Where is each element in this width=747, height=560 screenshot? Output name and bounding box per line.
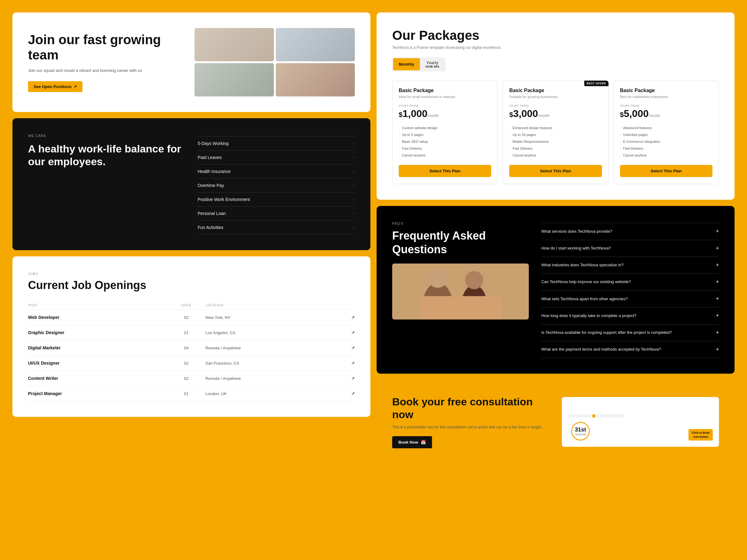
pricing-grid: Basic Package Ideal for small businesses… — [392, 81, 719, 184]
click-to-book-badge: Click to Booknow button — [689, 429, 713, 441]
faq-item-6[interactable]: How long does it typically take to compl… — [541, 308, 719, 324]
faq-item-8[interactable]: What are the payment terms and methods a… — [541, 341, 719, 358]
faq-image-inner — [392, 264, 529, 320]
faq-item-1[interactable]: What services does TechNova provide? + — [541, 223, 719, 240]
cal-dot — [572, 415, 575, 418]
job-link[interactable]: ↗ — [351, 345, 355, 350]
wlb-section-label: WE CARE — [28, 134, 185, 137]
col-open: OPEN — [167, 301, 205, 310]
faq-question: What industries does TechNova specialize… — [541, 262, 623, 268]
job-link[interactable]: ↗ — [351, 330, 355, 335]
hero-image-2 — [276, 28, 355, 61]
col-link — [340, 301, 355, 310]
book-now-label: Book Now — [398, 440, 418, 445]
benefit-5days[interactable]: 5-Days Working › — [198, 136, 355, 151]
calendar-mock — [568, 415, 713, 429]
pricing-card-pro: BEST OFFER Basic Package Suitable for gr… — [503, 81, 608, 184]
benefit-overtime[interactable]: Overtime Pay › — [198, 179, 355, 193]
benefit-arrow-icon: › — [354, 211, 355, 216]
job-open: 02 — [167, 371, 205, 386]
faq-section: FAQ'S Frequently Asked Questions — [377, 206, 735, 374]
table-row: Project Manager 01 London, UK ↗ — [28, 386, 355, 401]
job-link[interactable]: ↗ — [351, 315, 355, 320]
benefit-personal-loan[interactable]: Personal Loan › — [198, 207, 355, 220]
plan-desc: Best for established enterprises — [620, 95, 713, 99]
cta-yellow-section — [12, 423, 370, 460]
plus-icon: + — [716, 312, 719, 320]
billing-yearly-button[interactable]: Yearly SAVE 33% — [420, 58, 445, 70]
benefit-arrow-icon: › — [354, 155, 355, 160]
job-link[interactable]: ↗ — [351, 376, 355, 381]
wlb-headline: A healthy work-life balance for our empl… — [28, 142, 185, 168]
benefit-arrow-icon: › — [354, 169, 355, 174]
benefit-label: Positive Work Environment — [198, 197, 250, 202]
job-link[interactable]: ↗ — [351, 361, 355, 366]
feature-item: Basic SEO setup — [399, 138, 491, 145]
select-plan-button-3[interactable]: Select This Plan — [620, 165, 713, 177]
plan-desc: Suitable for growing businesses — [509, 95, 602, 99]
consultation-section: Book your free consultation now This is … — [377, 380, 735, 464]
jobs-section: JOBS Current Job Openings POST OPEN LOCA… — [12, 256, 370, 417]
calendar-icon: 📅 — [421, 440, 426, 445]
svg-point-2 — [428, 268, 447, 288]
cal-dot-active — [592, 415, 595, 418]
jobs-table: POST OPEN LOCATION Web Developer 02 New … — [28, 301, 355, 401]
plan-name: Basic Package — [399, 88, 491, 93]
plus-icon: + — [716, 346, 719, 353]
select-plan-button-1[interactable]: Select This Plan — [399, 165, 491, 177]
select-plan-button-2[interactable]: Select This Plan — [509, 165, 602, 177]
hero-headline: Join our fast growing team — [28, 32, 188, 62]
col-post: POST — [28, 301, 167, 310]
job-location: San Francisco, CA — [205, 355, 340, 371]
plan-name: Basic Package — [620, 88, 713, 93]
plan-price: $3,000/month — [509, 108, 602, 119]
hero-image-4 — [276, 63, 355, 97]
jobs-section-label: JOBS — [28, 272, 355, 276]
svg-rect-5 — [419, 296, 501, 319]
feature-item: E-Commerce integration — [620, 138, 713, 145]
billing-monthly-button[interactable]: Monthly — [393, 58, 420, 70]
plan-features: Advanced features Unlimited pages E-Comm… — [620, 125, 713, 159]
hero-subtext: Join our squad and mould a vibrant and b… — [28, 68, 188, 74]
feature-item: Cancel anytime — [509, 152, 602, 159]
faq-item-7[interactable]: Is TechNova available for ongoing suppor… — [541, 324, 719, 341]
faq-item-4[interactable]: Can TechNova help improve our existing w… — [541, 274, 719, 291]
faq-questions-list: What services does TechNova provide? + H… — [541, 221, 719, 358]
hero-image-3 — [195, 63, 274, 97]
benefit-label: 5-Days Working — [198, 141, 229, 146]
plus-icon: + — [716, 295, 719, 303]
benefit-label: Overtime Pay — [198, 183, 224, 188]
faq-question: What sets TechNova apart from other agen… — [541, 296, 628, 302]
benefit-health-insurance[interactable]: Health Insurance › — [198, 165, 355, 179]
benefit-paid-leaves[interactable]: Paid Leaves › — [198, 151, 355, 165]
table-row: UI/UX Designer 02 San Francisco, CA ↗ — [28, 355, 355, 371]
job-link[interactable]: ↗ — [351, 391, 355, 396]
pricing-card-basic: Basic Package Ideal for small businesses… — [392, 81, 498, 184]
job-title: Content Writer — [28, 376, 58, 381]
start-from-label: START FROM — [399, 104, 491, 107]
benefit-arrow-icon: › — [354, 197, 355, 202]
feature-item: Cancel anytime — [399, 152, 491, 159]
plan-price: $1,000/month — [399, 108, 491, 119]
feature-item: Up to 5 pages — [399, 131, 491, 138]
faq-question: Can TechNova help improve our existing w… — [541, 279, 631, 285]
cal-dot — [613, 415, 616, 418]
faq-item-2[interactable]: How do I start working with TechNova? + — [541, 240, 719, 257]
open-positions-button[interactable]: See Open Positions ↗ — [28, 81, 82, 92]
jobs-headline: Current Job Openings — [28, 279, 355, 292]
pricing-card-enterprise: Basic Package Best for established enter… — [614, 81, 719, 184]
benefit-arrow-icon: › — [354, 141, 355, 145]
faq-item-3[interactable]: What industries does TechNova specialize… — [541, 257, 719, 274]
benefit-positive-env[interactable]: Positive Work Environment › — [198, 193, 355, 207]
book-now-button[interactable]: Book Now 📅 — [392, 436, 432, 448]
plus-icon: + — [716, 329, 719, 337]
cal-dot — [584, 415, 587, 418]
benefit-fun-activities[interactable]: Fun Activities › — [198, 220, 355, 235]
cal-dot — [568, 415, 571, 418]
feature-item: Fast Delivery — [399, 145, 491, 152]
hero-section: Join our fast growing team Join our squa… — [12, 12, 370, 112]
faq-item-5[interactable]: What sets TechNova apart from other agen… — [541, 291, 719, 308]
packages-subtitle: TechNova is a Framer template showcasing… — [392, 46, 719, 50]
job-open: 01 — [167, 325, 205, 340]
cal-dot — [604, 415, 608, 418]
